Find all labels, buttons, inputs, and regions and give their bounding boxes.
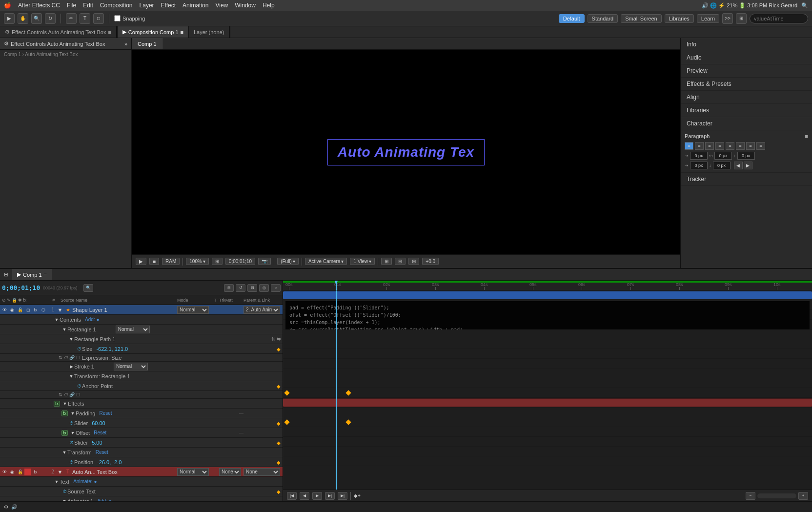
position-value[interactable]: -26.0, -2.0: [97, 459, 122, 465]
layer-2-mode-select[interactable]: Normal: [177, 468, 209, 476]
offset-expand[interactable]: ▼: [70, 430, 76, 436]
transform-expand[interactable]: ▼: [68, 373, 74, 380]
search-input[interactable]: [750, 14, 808, 23]
position-stopwatch[interactable]: ⏱: [68, 459, 74, 466]
keyframe-position-end[interactable]: [345, 390, 351, 395]
tab-ec-menu[interactable]: ≡: [108, 29, 111, 35]
snapping-checkbox[interactable]: [114, 15, 121, 21]
search-panel[interactable]: ⊞: [736, 13, 747, 24]
cv-channel[interactable]: (Full) ▾: [277, 258, 299, 265]
padding-keyframe[interactable]: ◆: [277, 421, 281, 426]
para-before[interactable]: [690, 162, 708, 169]
contents-expand[interactable]: ▼: [54, 316, 60, 323]
para-indent-after[interactable]: [714, 152, 732, 160]
rp-info[interactable]: Info: [681, 38, 812, 51]
cv-fit[interactable]: ⊞: [212, 258, 223, 265]
transform-effects-expand[interactable]: ▼: [61, 449, 67, 456]
para-ltr[interactable]: ▶: [744, 162, 752, 169]
layer-1-parent-select[interactable]: 2. Auto Anim…: [244, 306, 280, 314]
rp-paragraph-label[interactable]: Paragraph: [685, 133, 710, 139]
layer-1-eye[interactable]: 👁: [1, 307, 8, 313]
expr-anchor-icons[interactable]: ⇅ ⏱ 🔗 ☐: [59, 392, 80, 397]
stroke1-mode-select[interactable]: Normal: [114, 363, 148, 370]
work-area-bar[interactable]: [283, 281, 812, 283]
menu-window[interactable]: Window: [235, 2, 256, 9]
sourcetext-keyframe[interactable]: ◆: [277, 489, 281, 494]
layer-1-name[interactable]: Shape Layer 1: [72, 307, 177, 313]
rp-align[interactable]: Align: [681, 91, 812, 104]
tab-layer-none[interactable]: Layer (none): [189, 26, 229, 38]
layer-2-solo[interactable]: ◉: [9, 469, 16, 475]
size-stopwatch[interactable]: ⏱: [76, 346, 82, 352]
track-1[interactable]: [283, 290, 812, 300]
sourcetext-stopwatch[interactable]: ⏱: [61, 488, 67, 495]
tl-next-frame[interactable]: ▶|: [325, 492, 335, 500]
layer-1-mode-select[interactable]: Normal: [177, 306, 209, 314]
tool-pen[interactable]: ✏: [66, 13, 77, 24]
cv-preview-play[interactable]: ▶: [136, 258, 146, 265]
anchor-stopwatch[interactable]: ⏱: [76, 383, 82, 389]
animator1-expand[interactable]: ▼: [61, 498, 67, 502]
transport-btn1[interactable]: ⊞: [224, 284, 234, 292]
tab-comp-menu[interactable]: ≡: [181, 29, 183, 35]
para-justify-last[interactable]: ≡: [756, 142, 765, 150]
effects-expand-1[interactable]: ▼: [62, 400, 68, 407]
para-align-center[interactable]: ≡: [695, 142, 704, 150]
tl-play-btn[interactable]: ▶: [312, 492, 322, 500]
tl-end-btn[interactable]: ▶|: [338, 492, 347, 500]
layer-1-shy[interactable]: ◻: [24, 307, 31, 313]
cv-guides[interactable]: ⊟: [395, 258, 406, 265]
rp-character[interactable]: Character: [681, 117, 812, 130]
layer-2-parent[interactable]: None: [244, 468, 283, 476]
comp-viewer[interactable]: Auto Animating Tex: [132, 50, 680, 254]
cv-safe-zones[interactable]: ⊟: [408, 258, 419, 265]
para-justify-all[interactable]: ≡: [746, 142, 755, 150]
rp-libraries[interactable]: Libraries: [681, 104, 812, 117]
tl-zoom-in[interactable]: +: [798, 492, 808, 500]
menu-animation[interactable]: Animation: [183, 2, 208, 9]
tool-zoom[interactable]: 🔍: [31, 13, 42, 24]
contents-add-btn[interactable]: Add: ●: [85, 317, 99, 322]
tl-prev-frame[interactable]: ◀: [300, 492, 309, 500]
tool-text[interactable]: T: [80, 13, 90, 24]
tl-start-btn[interactable]: |◀: [287, 492, 297, 500]
layer-1-expand[interactable]: ▼: [57, 307, 63, 313]
tl-zoom-out[interactable]: −: [746, 492, 755, 500]
para-align-right[interactable]: ≡: [705, 142, 714, 150]
comp-tab-comp1[interactable]: Comp 1: [132, 38, 163, 49]
layer-2-name[interactable]: Auto An... Text Box: [72, 469, 177, 475]
cv-camera[interactable]: Active Camera ▾: [305, 258, 347, 265]
padding-expand[interactable]: ▼: [70, 410, 76, 417]
expr-icons[interactable]: ⇅ ⏱ 🔗 ☐: [59, 355, 80, 360]
anchor-keyframe[interactable]: ◆: [277, 384, 281, 389]
cv-grid[interactable]: ⊞: [381, 258, 392, 265]
para-justify-left[interactable]: ≡: [715, 142, 724, 150]
transform-effects-reset[interactable]: Reset: [96, 450, 108, 455]
tab-effect-controls[interactable]: ⚙ Effect Controls Auto Animating Text Bo…: [0, 26, 117, 38]
bottom-icon-1[interactable]: ⚙: [4, 504, 8, 510]
apple-menu[interactable]: 🍎: [4, 2, 11, 9]
transport-btn3[interactable]: ⊟: [247, 284, 257, 292]
layer-row-2[interactable]: 👁 ◉ 🔓 fx 2 ▼ T Auto An... Text Box Norma…: [0, 467, 283, 477]
rect1-mode-select[interactable]: Normal: [116, 326, 150, 333]
text-expand[interactable]: ▼: [54, 478, 60, 485]
cv-offset[interactable]: +0.0: [422, 258, 439, 265]
layer-2-parent-select[interactable]: None: [244, 468, 280, 476]
rectpath-expand[interactable]: ▼: [68, 336, 74, 343]
keyframe-2-end[interactable]: [345, 419, 351, 425]
offset-reset[interactable]: Reset: [94, 430, 106, 435]
para-after[interactable]: [713, 162, 731, 169]
menu-composition[interactable]: Composition: [100, 2, 133, 9]
transport-btn5[interactable]: ○: [271, 284, 281, 292]
para-space-right[interactable]: [737, 152, 755, 160]
stroke1-expand[interactable]: ▶: [68, 363, 74, 370]
menu-edit[interactable]: Edit: [83, 2, 93, 9]
bottom-icon-2[interactable]: 🔊: [11, 504, 17, 510]
workspace-standard[interactable]: Standard: [588, 14, 618, 23]
workspace-learn[interactable]: Learn: [697, 14, 719, 23]
layer-2-trk[interactable]: None: [219, 468, 244, 476]
cv-views[interactable]: 1 View ▾: [350, 258, 375, 265]
layer-1-parent[interactable]: 2. Auto Anim…: [244, 306, 283, 314]
size-keyframe[interactable]: ◆: [277, 347, 281, 352]
menu-effect[interactable]: Effect: [161, 2, 176, 9]
